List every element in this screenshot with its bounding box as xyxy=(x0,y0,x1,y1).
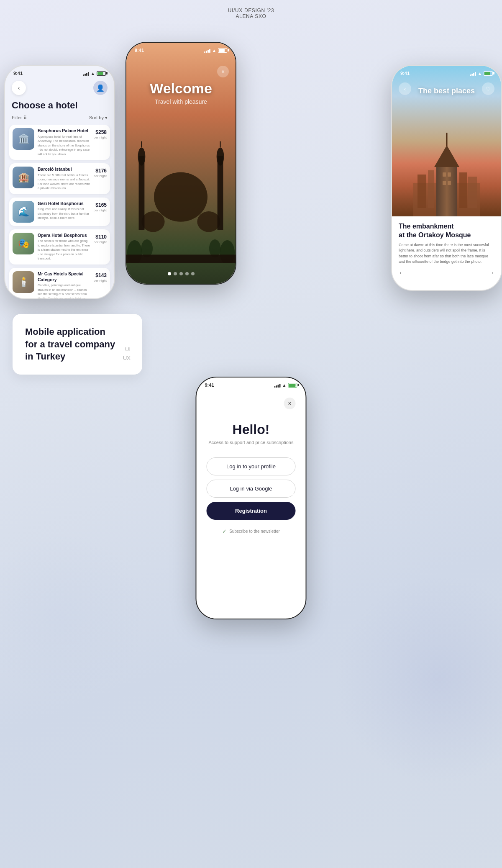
hotel-price-amount: $165 xyxy=(95,202,107,208)
status-bar-1: 9:41 ▲ xyxy=(5,66,114,77)
signal-icon-3 xyxy=(470,71,476,76)
welcome-subtitle: Travel with pleasure xyxy=(126,98,236,105)
signal-icon-4 xyxy=(274,383,281,388)
status-time-3: 9:41 xyxy=(400,71,410,76)
hotel-per-night: per night xyxy=(94,240,107,244)
registration-button[interactable]: Registration xyxy=(207,502,296,520)
dot-1[interactable] xyxy=(168,272,171,275)
filter-row: Filter ⠿ Sort by ▾ xyxy=(5,115,114,125)
phone-login: 9:41 ▲ × Hello! Access to support and pr… xyxy=(196,377,307,619)
status-icons-1: ▲ xyxy=(83,71,106,76)
galata-tower-illustration xyxy=(413,133,480,216)
login-content: × Hello! Access to support and price sub… xyxy=(197,389,306,543)
hotel-per-night: per night xyxy=(94,279,107,282)
header-subtitle: ALENA SXO xyxy=(0,13,502,19)
hotel-item[interactable]: 🏛️ Bosphorus Palace Hotel A pompous hote… xyxy=(9,125,110,160)
subscribe-row: ✓ Subscribe to the newsletter xyxy=(222,528,280,534)
next-button[interactable]: → xyxy=(488,269,494,277)
svg-point-7 xyxy=(217,147,224,165)
svg-rect-22 xyxy=(443,181,446,185)
hero-image: 9:41 ▲ ‹ ♡ The best places xyxy=(392,66,501,216)
subscribe-label[interactable]: Subscribe to the newsletter xyxy=(229,529,280,534)
status-bar-3: 9:41 ▲ xyxy=(392,66,501,77)
hotel-name: Opera Hotel Bosphorus xyxy=(38,233,90,239)
battery-icon-2 xyxy=(218,48,227,53)
battery-icon-4 xyxy=(288,383,297,388)
info-card: The embankment at the Ortakoy Mosque Com… xyxy=(392,216,501,281)
hotel-desc: Candles, paintings and antique statues i… xyxy=(38,283,90,299)
hotel-item[interactable]: 🕯️ Mr Cas Hotels Special Category Candle… xyxy=(9,268,110,299)
phone-hotel-list: 9:41 ▲ ‹ 👤 Choose a hotel Filter ⠿ Sort … xyxy=(4,65,115,299)
hotel-per-night: per night xyxy=(94,136,107,139)
wifi-icon-2: ▲ xyxy=(212,48,216,53)
status-bar-4: 9:41 ▲ xyxy=(197,378,306,389)
status-time-4: 9:41 xyxy=(205,383,214,388)
mosque-illustration xyxy=(126,131,236,263)
hotel-image: 🎭 xyxy=(13,233,34,254)
carousel-dots xyxy=(126,272,236,275)
hello-title: Hello! xyxy=(233,422,270,437)
hotel-price-amount: $110 xyxy=(95,234,107,240)
dot-5[interactable] xyxy=(191,272,195,275)
info-card-desc: Come at dawn: at this time there is the … xyxy=(399,242,494,265)
hotel-price: $165 per night xyxy=(94,201,107,212)
svg-point-1 xyxy=(141,211,164,232)
svg-rect-15 xyxy=(417,175,426,208)
signal-icon-2 xyxy=(204,48,210,53)
hotel-per-night: per night xyxy=(94,208,107,212)
login-profile-button[interactable]: Log in to your profile xyxy=(207,457,296,475)
hero-title: The best places xyxy=(392,87,501,95)
hotel-info: Barceló Istanbul There are 5 different b… xyxy=(38,167,90,191)
hotel-info: Bosphorus Palace Hotel A pompous hotel f… xyxy=(38,128,90,157)
svg-rect-16 xyxy=(428,170,434,208)
status-time-2: 9:41 xyxy=(135,48,144,53)
back-button[interactable]: ‹ xyxy=(12,81,26,95)
dot-4[interactable] xyxy=(185,272,189,275)
decorative-blob-2 xyxy=(0,533,146,701)
signal-icon xyxy=(83,71,89,76)
page-header: UI/UX DESIGN '23 ALENA SXO xyxy=(0,0,502,23)
avatar-button[interactable]: 👤 xyxy=(93,81,108,95)
hotel-item[interactable]: 🏨 Barceló Istanbul There are 5 different… xyxy=(9,163,110,194)
svg-rect-6 xyxy=(218,156,223,230)
hello-subtitle: Access to support and price subscription… xyxy=(209,440,294,445)
hotel-item[interactable]: 🌊 Gezi Hotel Bosphorus King level and lu… xyxy=(9,198,110,226)
hotel-desc: A pompous hotel for real fans of Anazavo… xyxy=(38,135,90,157)
hotel-list-title: Choose a hotel xyxy=(5,100,114,115)
prev-button[interactable]: ← xyxy=(399,269,405,277)
welcome-bg: 9:41 ▲ × Welcome Travel with pleasure xyxy=(126,43,236,284)
hotel-name: Bosphorus Palace Hotel xyxy=(38,128,90,134)
close-button-welcome[interactable]: × xyxy=(217,66,229,77)
wifi-icon-3: ▲ xyxy=(478,71,482,76)
svg-rect-20 xyxy=(443,172,446,177)
svg-rect-19 xyxy=(436,166,457,216)
decorative-blob-1 xyxy=(335,575,502,784)
svg-rect-13 xyxy=(126,254,236,263)
filter-button[interactable]: Filter ⠿ xyxy=(12,115,27,121)
hotel-desc: The hotel is for those who are going to … xyxy=(38,239,90,261)
hotel-name: Mr Cas Hotels Special Category xyxy=(38,271,90,282)
dot-2[interactable] xyxy=(174,272,177,275)
hotel-desc: There are 5 different baths, a fitness r… xyxy=(38,173,90,191)
hotel-name: Gezi Hotel Bosphorus xyxy=(38,201,90,207)
hotel-price: $143 per night xyxy=(94,271,107,282)
login-google-button[interactable]: Log in via Google xyxy=(207,480,296,498)
hotel-price-amount: $258 xyxy=(95,129,107,135)
hotel-item[interactable]: 🎭 Opera Hotel Bosphorus The hotel is for… xyxy=(9,229,110,265)
svg-rect-17 xyxy=(459,172,467,208)
hotel-image: 🏛️ xyxy=(13,128,34,150)
status-bar-2: 9:41 ▲ xyxy=(126,43,236,54)
hotel-desc: King level and luxury. If this is not di… xyxy=(38,207,90,221)
header-title: UI/UX DESIGN '23 xyxy=(0,8,502,13)
hotel-name: Barceló Istanbul xyxy=(38,167,90,172)
hotel-image: 🌊 xyxy=(13,201,34,223)
ux-label: UX xyxy=(123,354,131,363)
close-button-login[interactable]: × xyxy=(284,398,296,409)
welcome-title: Welcome xyxy=(126,80,236,97)
svg-point-0 xyxy=(154,172,207,221)
phone-best-places: 9:41 ▲ ‹ ♡ The best places xyxy=(391,65,502,291)
hotel-image: 🕯️ xyxy=(13,271,34,293)
sort-button[interactable]: Sort by ▾ xyxy=(89,115,108,121)
battery-icon xyxy=(97,71,106,76)
dot-3[interactable] xyxy=(179,272,183,275)
